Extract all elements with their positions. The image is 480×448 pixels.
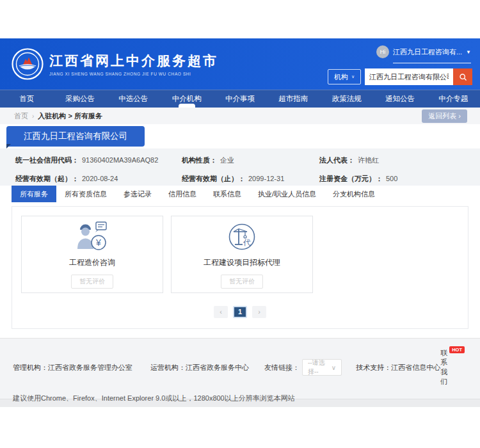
bidding-agency-icon: 代 xyxy=(226,221,258,253)
pagination: ‹ 1 › xyxy=(12,306,468,318)
site-title: 江西省网上中介服务超市 xyxy=(49,52,218,70)
breadcrumb-home-link[interactable]: 首页 xyxy=(14,111,28,121)
chevron-down-icon: ∨ xyxy=(351,74,355,79)
search-category-label: 机构 xyxy=(334,72,348,82)
nav-item-special-topics[interactable]: 中介专题 xyxy=(427,90,480,108)
breadcrumb: 首页 › 入驻机构 > 所有服务 返回列表 › xyxy=(0,108,480,124)
info-label: 注册资金（万元）： xyxy=(319,175,383,182)
footer-operator-label: 运营机构： xyxy=(150,364,186,371)
breadcrumb-current: 入驻机构 > 所有服务 xyxy=(38,111,102,121)
nav-item-announcements[interactable]: 通知公告 xyxy=(373,90,426,108)
chevron-down-icon: ∨ xyxy=(332,364,336,371)
caret-down-icon: ▼ xyxy=(466,49,471,55)
service-card-bidding-agency[interactable]: 代 工程建设项目招标代理 暂无评价 xyxy=(171,216,313,293)
user-name: 江西九日工程咨询有... xyxy=(393,47,462,57)
info-label: 机构性质： xyxy=(182,156,217,164)
banner-fold xyxy=(6,144,11,148)
footer-operator-value: 江西省政务服务中心 xyxy=(186,364,249,371)
tab-personnel-info[interactable]: 执业/职业人员信息 xyxy=(250,186,324,202)
user-account-dropdown[interactable]: Hi 江西九日工程咨询有... ▼ xyxy=(376,45,471,58)
footer-tech-value: 江西省信息中心 xyxy=(391,364,440,371)
contact-us-label: 联系我们 xyxy=(440,348,447,387)
info-value: 2099-12-31 xyxy=(248,175,284,182)
detail-tabs: 所有服务 所有资质信息 参选记录 信用信息 联系信息 执业/职业人员信息 分支机… xyxy=(0,186,480,202)
no-review-badge: 暂无评价 xyxy=(71,275,113,289)
tab-selection-records[interactable]: 参选记录 xyxy=(115,186,160,202)
company-name-banner: 江西九日工程咨询有限公司 xyxy=(6,126,145,147)
avatar: Hi xyxy=(376,45,389,58)
pagination-next-button[interactable]: › xyxy=(252,306,266,318)
spacer xyxy=(0,329,480,338)
company-info-panel: 统一社会信用代码：91360402MA39A6AQ82 机构性质：企业 法人代表… xyxy=(0,148,480,186)
info-value: 企业 xyxy=(220,156,234,164)
cost-consulting-icon: ¥ xyxy=(72,221,112,253)
nav-item-intermediary-agencies[interactable]: 中介机构 xyxy=(160,90,213,108)
nav-item-policies[interactable]: 政策法规 xyxy=(320,90,373,108)
nav-item-selection-notices[interactable]: 中选公告 xyxy=(107,90,160,108)
service-title: 工程造价咨询 xyxy=(69,257,115,268)
tab-qualifications[interactable]: 所有资质信息 xyxy=(56,186,115,202)
site-header: 江西省网上中介服务超市 JIANG XI SHENG WANG SHANG ZH… xyxy=(0,38,480,90)
main-nav: 首页 采购公告 中选公告 中介机构 中介事项 超市指南 政策法规 通知公告 中介… xyxy=(0,90,480,108)
footer-tech-label: 技术支持： xyxy=(356,364,391,371)
header-divider xyxy=(393,63,471,63)
info-value: 91360402MA39A6AQ82 xyxy=(82,156,158,164)
service-title: 工程建设项目招标代理 xyxy=(204,257,280,268)
info-value: 2020-08-24 xyxy=(82,175,118,182)
info-value: 许艳红 xyxy=(358,156,379,164)
hot-badge: HOT xyxy=(449,346,465,353)
back-to-list-button[interactable]: 返回列表 › xyxy=(422,109,467,123)
contact-us-link[interactable]: 联系我们 HOT xyxy=(440,348,465,387)
svg-text:代: 代 xyxy=(243,238,251,247)
tab-all-services[interactable]: 所有服务 xyxy=(12,186,56,202)
tab-branch-info[interactable]: 分支机构信息 xyxy=(324,186,383,202)
nav-item-intermediary-matters[interactable]: 中介事项 xyxy=(213,90,266,108)
tab-credit-info[interactable]: 信用信息 xyxy=(160,186,205,202)
info-label: 统一社会信用代码： xyxy=(15,156,79,164)
company-banner-row: 江西九日工程咨询有限公司 xyxy=(0,124,480,148)
service-card-cost-consulting[interactable]: ¥ 工程造价咨询 暂无评价 xyxy=(21,216,163,293)
header-search-bar: 机构 ∨ xyxy=(328,68,472,85)
tab-contact-info[interactable]: 联系信息 xyxy=(205,186,250,202)
search-category-select[interactable]: 机构 ∨ xyxy=(328,69,361,84)
nav-item-home[interactable]: 首页 xyxy=(0,90,53,108)
info-label: 法人代表： xyxy=(319,156,355,164)
friendly-links-placeholder: --请选择-- xyxy=(308,358,332,376)
search-button[interactable] xyxy=(453,68,472,85)
nav-item-market-guide[interactable]: 超市指南 xyxy=(267,90,320,108)
friendly-links-select[interactable]: --请选择-- ∨ xyxy=(302,359,342,376)
search-input[interactable] xyxy=(365,68,453,85)
info-label: 经营有效期（起）： xyxy=(15,175,79,182)
top-white-strip xyxy=(0,0,480,38)
svg-text:¥: ¥ xyxy=(95,237,101,248)
footer-links-label: 友情链接： xyxy=(264,363,300,372)
nav-item-procurement-notices[interactable]: 采购公告 xyxy=(53,90,106,108)
pagination-prev-button[interactable]: ‹ xyxy=(214,306,228,318)
site-logo-home-link[interactable]: 江西省网上中介服务超市 JIANG XI SHENG WANG SHANG ZH… xyxy=(12,48,218,80)
pagination-current-page[interactable]: 1 xyxy=(233,306,247,318)
site-subtitle: JIANG XI SHENG WANG SHANG ZHONG JIE FU W… xyxy=(49,72,218,76)
search-icon xyxy=(459,73,467,81)
page-footer: 管理机构：江西省政务服务管理办公室 运营机构：江西省政务服务中心 友情链接： -… xyxy=(0,338,480,399)
services-panel: ¥ 工程造价咨询 暂无评价 代 工程建设项目招标代理 暂无评价 ‹ 1 › xyxy=(12,206,468,329)
info-value: 500 xyxy=(386,175,397,182)
footer-admin-label: 管理机构： xyxy=(13,364,48,371)
footer-admin-value: 江西省政务服务管理办公室 xyxy=(48,364,132,371)
no-review-badge: 暂无评价 xyxy=(221,275,263,289)
site-logo-icon xyxy=(12,48,44,80)
info-label: 经营有效期（止）： xyxy=(182,175,245,182)
breadcrumb-separator-icon: › xyxy=(32,113,34,120)
